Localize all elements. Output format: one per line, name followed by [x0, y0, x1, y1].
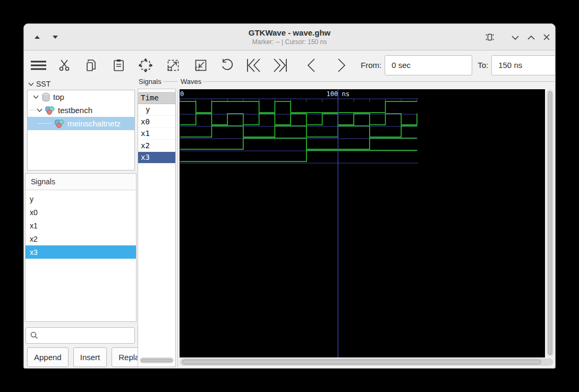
name-row-x3[interactable]: x3: [138, 152, 175, 164]
expander-chevron-icon[interactable]: [33, 95, 39, 99]
time-header: Time: [138, 92, 175, 104]
signal-name-label: x1: [141, 129, 150, 138]
scrollbar-thumb[interactable]: [182, 360, 541, 364]
skip-to-start-icon: [246, 58, 261, 72]
facility-item-label: x0: [30, 208, 38, 217]
scrollbar-thumb[interactable]: [548, 91, 552, 355]
name-row-y[interactable]: y: [138, 104, 175, 116]
shift-right-button[interactable]: [334, 56, 350, 74]
menu-button[interactable]: [30, 56, 46, 74]
undo-icon: [220, 58, 234, 72]
zoom-out-icon: [194, 58, 208, 72]
skip-to-end-icon: [273, 58, 287, 72]
signal-name-label: x2: [141, 141, 150, 150]
facility-item-label: x1: [30, 221, 38, 230]
copy-button[interactable]: [83, 56, 99, 74]
cut-button[interactable]: [56, 56, 72, 74]
facility-item-label: x2: [30, 235, 38, 243]
chevron-up-icon: [527, 35, 535, 40]
toolbar: From: To:: [24, 51, 555, 79]
go-to-start-button[interactable]: [246, 56, 262, 74]
names-horizontal-scrollbar[interactable]: [140, 357, 174, 363]
sst-label: SST: [36, 80, 50, 88]
to-label: To:: [478, 61, 488, 70]
maximize-button[interactable]: [525, 31, 537, 43]
clipboard-icon: [113, 59, 124, 72]
facility-item-label: x3: [30, 248, 38, 257]
titlebar[interactable]: GTKWave - wave.ghw Marker: -- | Cursor: …: [24, 24, 555, 50]
scope-cylinder-icon: [42, 93, 50, 101]
zoom-in-icon: [166, 58, 180, 72]
svg-text:0: 0: [180, 90, 184, 98]
tree-item-label: testbench: [58, 106, 92, 115]
expander-chevron-icon: [28, 82, 34, 86]
module-icon: [45, 106, 55, 115]
scrollbar-thumb[interactable]: [141, 359, 173, 362]
zoom-out-button[interactable]: [193, 56, 209, 74]
gtkwave-window: GTKWave - wave.ghw Marker: -- | Cursor: …: [23, 23, 556, 369]
insert-button[interactable]: Insert: [73, 347, 107, 367]
close-button[interactable]: [541, 31, 552, 43]
tile-icon: [486, 33, 494, 41]
facility-item-x1[interactable]: x1: [25, 219, 136, 232]
signal-search-field[interactable]: [25, 327, 135, 344]
facility-actions: Append Insert Replace: [27, 347, 155, 367]
signal-name-label: y: [146, 105, 150, 114]
facility-item-y[interactable]: y: [25, 192, 136, 206]
name-row-x0[interactable]: x0: [138, 116, 175, 128]
waves-frame-label-text: Waves: [181, 78, 201, 86]
chevron-left-icon: [306, 58, 316, 72]
signal-name-label: x0: [141, 117, 150, 126]
facility-item-label: y: [30, 195, 33, 203]
signal-names-column: Time y x0 x1 x2 x3: [138, 89, 176, 367]
append-button[interactable]: Append: [27, 347, 69, 367]
undo-button[interactable]: [219, 56, 235, 74]
facility-item-x0[interactable]: x0: [25, 206, 136, 219]
from-label: From:: [361, 61, 381, 70]
zoom-fit-button[interactable]: [138, 56, 154, 74]
waves-horizontal-scrollbar[interactable]: [180, 359, 553, 365]
chevron-right-icon: [337, 58, 346, 72]
to-input[interactable]: [491, 55, 556, 75]
paste-button[interactable]: [110, 56, 126, 74]
from-input[interactable]: [385, 55, 472, 75]
shift-left-button[interactable]: [303, 56, 319, 74]
chevron-down-icon: [512, 35, 519, 40]
scissors-icon: [58, 59, 71, 72]
tree-item-testbench[interactable]: testbench: [28, 104, 134, 117]
waves-vertical-scrollbar[interactable]: [547, 89, 554, 357]
zoom-fit-icon: [139, 58, 152, 72]
window-title: GTKWave - wave.ghw: [249, 28, 330, 37]
tree-item-label: top: [53, 92, 64, 101]
tree-item-meinschaltnetz[interactable]: meinschaltnetz: [28, 117, 134, 130]
name-row-x1[interactable]: x1: [138, 128, 175, 140]
names-frame-label-text: Signals: [139, 78, 161, 86]
waves-canvas[interactable]: 0100 ns: [180, 89, 545, 357]
waveform-plot: 0100 ns: [180, 89, 545, 357]
pane-splitter[interactable]: [177, 89, 178, 367]
go-to-end-button[interactable]: [272, 56, 288, 74]
name-row-x2[interactable]: x2: [138, 140, 175, 152]
hamburger-menu-icon: [30, 60, 46, 71]
window-subtitle: Marker: -- | Cursor: 150 ns: [252, 38, 327, 46]
sst-tree: top testbench meinschaltnetz: [27, 90, 135, 171]
facility-list: Signals y x0 x1 x2 x3: [25, 173, 137, 322]
tree-item-top[interactable]: top: [28, 90, 134, 104]
title-area: GTKWave - wave.ghw Marker: -- | Cursor: …: [24, 24, 555, 50]
module-icon: [55, 119, 64, 128]
keep-above-button[interactable]: [484, 31, 496, 43]
tree-item-label: meinschaltnetz: [67, 119, 121, 128]
signal-name-label: x3: [141, 153, 150, 161]
facility-list-header[interactable]: Signals: [25, 174, 136, 190]
facility-item-x3[interactable]: x3: [25, 245, 136, 259]
sst-expander[interactable]: SST: [28, 80, 50, 88]
copy-icon: [86, 59, 97, 72]
minimize-button[interactable]: [509, 31, 521, 43]
expander-chevron-icon[interactable]: [37, 108, 42, 112]
search-icon: [30, 331, 38, 339]
names-frame-label: Signals: [139, 78, 178, 86]
waves-frame-label: Waves: [181, 78, 554, 86]
zoom-in-button[interactable]: [165, 56, 181, 74]
facility-item-x2[interactable]: x2: [25, 232, 136, 245]
close-icon: [543, 34, 550, 40]
